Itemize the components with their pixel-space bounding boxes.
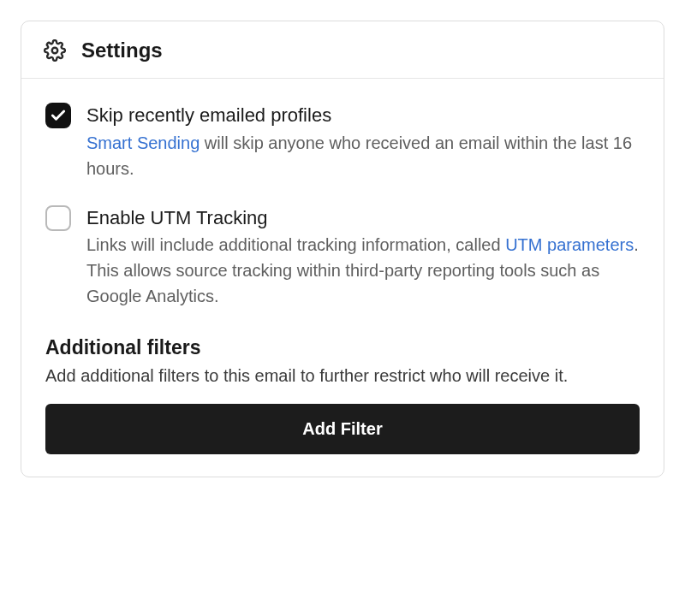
card-title: Settings xyxy=(81,38,163,62)
additional-filters-description: Add additional filters to this email to … xyxy=(45,363,640,388)
option-desc-utm: Links will include additional tracking i… xyxy=(86,232,640,309)
add-filter-button[interactable]: Add Filter xyxy=(45,404,640,454)
gear-icon xyxy=(44,39,66,62)
card-body: Skip recently emailed profiles Smart Sen… xyxy=(21,79,664,477)
option-enable-utm-tracking: Enable UTM Tracking Links will include a… xyxy=(45,205,640,310)
settings-card: Settings Skip recently emailed profiles … xyxy=(21,21,664,477)
checkbox-skip-recently-emailed[interactable] xyxy=(45,103,71,128)
svg-point-0 xyxy=(52,48,58,54)
additional-filters-heading: Additional filters xyxy=(45,336,640,359)
smart-sending-link[interactable]: Smart Sending xyxy=(86,133,200,152)
option-content: Skip recently emailed profiles Smart Sen… xyxy=(86,103,640,181)
option-content: Enable UTM Tracking Links will include a… xyxy=(86,205,640,310)
option-label-utm: Enable UTM Tracking xyxy=(86,205,640,231)
option-desc-utm-before: Links will include additional tracking i… xyxy=(86,235,505,254)
checkbox-enable-utm-tracking[interactable] xyxy=(45,205,71,231)
card-header: Settings xyxy=(21,21,664,79)
utm-parameters-link[interactable]: UTM parameters xyxy=(505,235,634,254)
option-skip-recently-emailed: Skip recently emailed profiles Smart Sen… xyxy=(45,103,640,181)
option-desc-skip: Smart Sending will skip anyone who recei… xyxy=(86,130,640,181)
option-label-skip: Skip recently emailed profiles xyxy=(86,103,640,128)
